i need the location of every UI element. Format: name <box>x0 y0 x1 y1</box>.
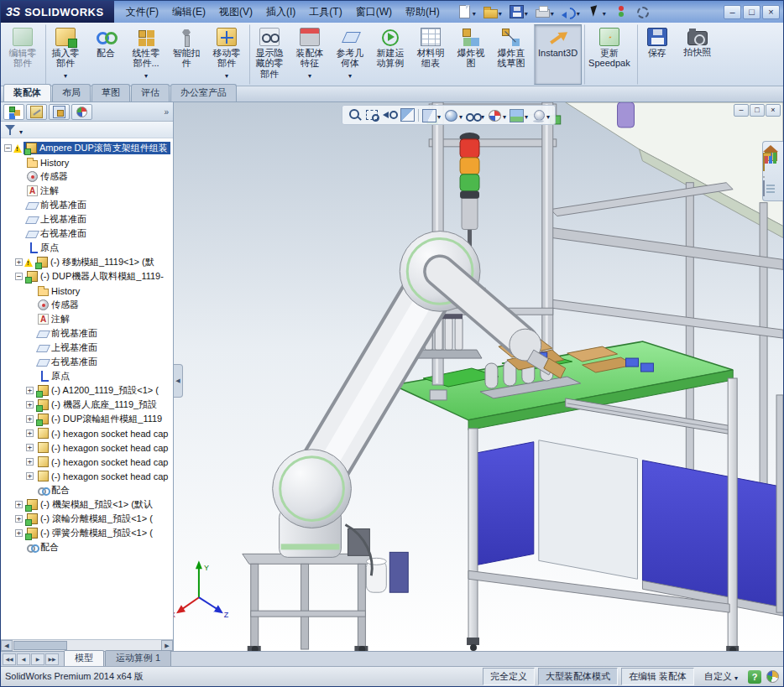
performance-sphere-icon[interactable] <box>766 670 779 683</box>
command-button[interactable]: 保存 <box>637 24 677 85</box>
filter-chevron-icon[interactable] <box>19 122 23 138</box>
menu-item[interactable]: 视图(V) <box>212 1 259 23</box>
view-tool-button[interactable] <box>444 107 463 122</box>
expand-toggle[interactable]: + <box>26 415 34 423</box>
maximize-button[interactable]: □ <box>743 5 760 19</box>
menu-item[interactable]: 编辑(E) <box>165 1 212 23</box>
tree-item[interactable]: 右视基准面 <box>1 355 173 369</box>
expand-toggle[interactable]: + <box>15 515 23 523</box>
expand-toggle[interactable] <box>26 330 34 337</box>
tree-item[interactable]: 上视基准面 <box>1 341 173 355</box>
command-button[interactable]: 插入零 部件 <box>45 24 86 85</box>
quick-tool-button[interactable] <box>611 3 630 20</box>
view-tool-button[interactable] <box>418 109 419 122</box>
ribbon-tab[interactable]: 草图 <box>91 84 130 101</box>
tree-item[interactable]: 原点 <box>1 241 173 255</box>
expand-toggle[interactable]: + <box>26 387 34 394</box>
view-tool-button[interactable] <box>348 108 362 122</box>
doc-minimize-button[interactable]: – <box>734 104 749 117</box>
command-button[interactable]: 装配体 特征 <box>290 24 330 85</box>
quick-tool-button[interactable] <box>633 3 652 20</box>
tab-scroll-arrow[interactable]: ▶▶ <box>45 653 59 665</box>
expand-toggle[interactable] <box>26 287 34 294</box>
menu-item[interactable]: 帮助(H) <box>399 1 447 23</box>
tree-item[interactable]: 传感器 <box>1 298 173 312</box>
expand-toggle[interactable] <box>26 372 34 380</box>
panel-collapse-handle[interactable]: ◀ <box>174 364 183 398</box>
command-button[interactable]: 参考几 何体 <box>330 24 370 85</box>
quick-tool-button[interactable] <box>507 3 531 21</box>
expand-toggle[interactable]: + <box>15 529 23 537</box>
view-tool-button[interactable] <box>488 107 506 122</box>
tree-item[interactable]: + (-) hexagon socket head cap <box>1 455 173 469</box>
tree-item[interactable]: + (-) 機架模組_預設<1> (默认 <box>1 497 173 512</box>
command-button[interactable]: 编辑零 部件 <box>3 24 43 85</box>
command-button[interactable]: 更新 Speedpak <box>584 24 635 85</box>
tree-item[interactable]: 配合 <box>1 540 173 554</box>
view-tool-button[interactable] <box>466 107 484 122</box>
panel-expand-chevron-icon[interactable]: » <box>164 107 170 117</box>
tree-item[interactable]: + (-) hexagon socket head cap <box>1 469 173 483</box>
tree-item[interactable]: 前视基准面 <box>1 326 173 341</box>
scroll-left-icon[interactable]: ◀ <box>1 640 13 651</box>
tree-item[interactable]: 上视基准面 <box>1 212 173 226</box>
tree-item[interactable]: + (-) hexagon socket head cap <box>1 440 173 455</box>
expand-toggle[interactable]: − <box>15 273 23 280</box>
tab-scroll-arrow[interactable]: ◀ <box>17 653 30 665</box>
expand-toggle[interactable]: + <box>15 258 23 266</box>
tree-item[interactable]: + (-) A1200_1119_預設<1> ( <box>1 383 173 398</box>
view-tool-button[interactable] <box>383 108 397 122</box>
close-button[interactable]: × <box>762 5 780 19</box>
tree-item[interactable]: 注解 <box>1 184 173 198</box>
scrollbar-thumb[interactable] <box>13 641 67 650</box>
doc-close-button[interactable]: × <box>766 104 781 117</box>
tree-item[interactable]: 右视基准面 <box>1 226 173 241</box>
document-tab[interactable]: 模型 <box>64 650 104 666</box>
menu-item[interactable]: 工具(T) <box>302 1 348 23</box>
expand-toggle[interactable] <box>15 230 23 237</box>
ribbon-tab[interactable]: 装配体 <box>3 84 51 101</box>
command-button[interactable]: 拍快照 <box>677 24 718 85</box>
panel-tab[interactable] <box>71 104 92 120</box>
command-button[interactable]: 智能扣 件 <box>166 24 206 85</box>
expand-toggle[interactable]: + <box>26 444 34 451</box>
view-tool-button[interactable] <box>510 107 528 122</box>
tree-item[interactable]: + (-) 彈簧分離模組_預設<1> ( <box>1 526 173 540</box>
document-tab[interactable]: 运动算例 1 <box>105 650 171 666</box>
tree-item[interactable]: − (-) DUP機器人取料模組_1119- <box>1 269 173 284</box>
expand-toggle[interactable]: + <box>26 429 34 437</box>
custom-status-dropdown[interactable]: 自定义 <box>699 669 743 684</box>
tab-scroll-arrow[interactable]: ◀◀ <box>3 653 16 665</box>
expand-toggle[interactable] <box>26 344 34 351</box>
command-button[interactable]: 线性零 部件... <box>126 24 166 85</box>
expand-toggle[interactable] <box>26 487 34 494</box>
quick-tool-button[interactable] <box>455 3 478 21</box>
ribbon-tab[interactable]: 办公室产品 <box>170 84 237 101</box>
expand-toggle[interactable] <box>26 301 34 309</box>
tree-item[interactable]: 注解 <box>1 312 173 326</box>
minimize-button[interactable]: – <box>724 5 741 19</box>
menu-item[interactable]: 窗口(W) <box>349 1 399 23</box>
menu-item[interactable]: 插入(I) <box>259 1 302 23</box>
tree-item[interactable]: History <box>1 155 173 169</box>
command-button[interactable]: 爆炸直 线草图 <box>491 24 531 85</box>
tree-item[interactable]: 前视基准面 <box>1 198 173 212</box>
expand-toggle[interactable]: + <box>26 458 34 466</box>
tab-scroll-arrow[interactable]: ▶ <box>31 653 44 665</box>
command-button[interactable]: 新建运 动算例 <box>370 24 410 85</box>
expand-toggle[interactable]: + <box>26 472 34 480</box>
expand-toggle[interactable]: − <box>4 144 12 152</box>
expand-toggle[interactable] <box>15 187 23 195</box>
expand-toggle[interactable]: + <box>15 501 23 508</box>
expand-toggle[interactable]: + <box>26 401 34 409</box>
viewport[interactable]: Y X Z <box>174 102 783 651</box>
tree-item[interactable]: + (-) 機器人底座_1119_預設 <box>1 398 173 412</box>
command-button[interactable]: 显示隐 藏的零 部件 <box>249 24 290 85</box>
help-button[interactable]: ? <box>748 670 761 684</box>
command-button[interactable]: 爆炸视 图 <box>451 24 491 85</box>
expand-toggle[interactable] <box>15 159 23 166</box>
expand-toggle[interactable] <box>15 244 23 252</box>
filter-funnel-icon[interactable] <box>5 124 16 136</box>
tree-item[interactable]: History <box>1 284 173 298</box>
command-button[interactable]: Instant3D <box>534 24 582 85</box>
